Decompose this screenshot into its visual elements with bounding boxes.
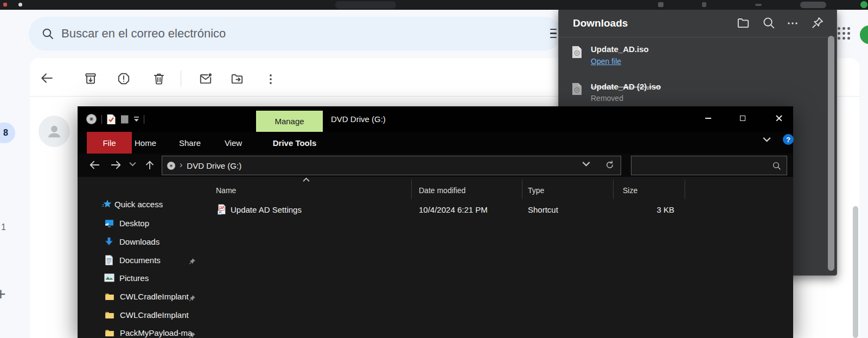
extension-icon[interactable]	[702, 2, 706, 7]
sidebar-item-documents[interactable]: Documents	[78, 252, 202, 267]
file-type: Shortcut	[528, 205, 558, 214]
page-scrollbar[interactable]	[853, 206, 858, 338]
download-toolbar-icon[interactable]	[658, 2, 663, 7]
sidebar-label: PackMyPayload-ma	[120, 328, 192, 337]
archive-icon[interactable]	[84, 72, 98, 86]
explorer-content: Quick access Desktop Downloads	[78, 177, 793, 338]
desktop-icon	[104, 218, 114, 228]
sidebar-item-desktop[interactable]: Desktop	[78, 215, 202, 231]
explorer-search-icon	[772, 161, 781, 170]
address-dropdown-icon[interactable]	[582, 161, 590, 169]
expand-ribbon-icon[interactable]	[763, 137, 771, 145]
column-divider[interactable]	[522, 180, 522, 199]
open-file-link[interactable]: Open file	[591, 57, 621, 66]
sidebar-label: Quick access	[114, 200, 163, 209]
active-tab[interactable]	[335, 1, 396, 9]
sidebar-label: Downloads	[119, 237, 159, 246]
breadcrumb-separator: ›	[180, 160, 182, 170]
rail-plus-label[interactable]: +	[0, 284, 6, 304]
manage-context-tab[interactable]: Manage	[256, 111, 323, 132]
sidebar-item-folder[interactable]: CWLCradleImplant	[78, 307, 202, 322]
maximize-button[interactable]	[733, 110, 752, 126]
browser-profile-avatar[interactable]	[860, 1, 867, 8]
search-icon	[41, 27, 54, 40]
gmail-search-bar[interactable]	[29, 17, 561, 50]
tab-drive-tools[interactable]: Drive Tools	[273, 132, 317, 154]
quick-access-star-icon	[102, 199, 113, 209]
address-bar[interactable]: › DVD Drive (G:)	[162, 156, 621, 175]
inbox-count-badge[interactable]: 8	[0, 123, 15, 143]
tab-share[interactable]: Share	[179, 132, 201, 154]
close-button[interactable]	[770, 110, 788, 126]
toolbar-divider	[181, 71, 181, 87]
back-icon[interactable]	[40, 71, 54, 85]
mark-unread-icon[interactable]	[199, 72, 213, 86]
address-bar-row: › DVD Drive (G:)	[78, 154, 793, 177]
iso-file-icon	[572, 82, 582, 95]
nav-up-icon[interactable]	[144, 159, 156, 171]
sidebar-label: Desktop	[119, 219, 149, 228]
nav-forward-icon[interactable]	[110, 159, 122, 171]
qat-divider	[144, 115, 144, 124]
search-input[interactable]	[61, 27, 474, 41]
flyout-scrollbar[interactable]	[828, 36, 834, 271]
label-count: 1	[1, 222, 6, 232]
search-options-icon[interactable]	[550, 29, 557, 40]
file-name[interactable]: Update AD Settings	[231, 205, 302, 214]
tab-home[interactable]: Home	[135, 132, 156, 154]
explorer-search-input[interactable]	[636, 157, 771, 174]
report-spam-icon[interactable]	[117, 72, 131, 86]
recent-locations-icon[interactable]	[129, 162, 136, 169]
more-options-icon[interactable]	[264, 72, 278, 86]
sidebar-item-pictures[interactable]: Pictures	[78, 270, 202, 285]
minimize-button[interactable]	[699, 110, 717, 126]
documents-icon	[105, 255, 113, 265]
nav-back-icon[interactable]	[88, 159, 100, 171]
column-header-size[interactable]: Size	[623, 186, 637, 195]
sort-ascending-icon	[303, 177, 310, 182]
pictures-icon	[104, 273, 114, 282]
tab-view[interactable]: View	[225, 132, 242, 154]
properties-icon[interactable]	[106, 114, 116, 125]
file-size: 3 KB	[620, 205, 674, 214]
shortcut-file-icon	[217, 204, 226, 214]
delete-icon[interactable]	[152, 72, 166, 86]
ribbon-tab-row: File Home Share View Drive Tools ?	[78, 132, 793, 154]
column-divider[interactable]	[613, 180, 614, 199]
column-header-type[interactable]: Type	[528, 186, 544, 195]
drive-icon	[167, 161, 176, 170]
explorer-search-box[interactable]	[631, 156, 787, 175]
open-downloads-folder-icon[interactable]	[736, 16, 750, 30]
folder-icon	[105, 292, 114, 301]
tab-favicon[interactable]	[18, 3, 22, 7]
account-avatar[interactable]	[860, 25, 868, 44]
browser-profile-button[interactable]	[800, 2, 826, 8]
browser-tab-strip	[0, 0, 868, 10]
tab-favicon[interactable]	[3, 3, 7, 7]
qat-customize-icon[interactable]	[133, 116, 139, 123]
column-header-date[interactable]: Date modified	[419, 186, 465, 195]
column-divider[interactable]	[685, 180, 685, 199]
explorer-titlebar[interactable]: Manage DVD Drive (G:)	[78, 106, 793, 132]
tab-file[interactable]: File	[87, 132, 132, 154]
pin-flyout-icon[interactable]	[810, 16, 825, 30]
browser-menu-icon[interactable]	[755, 4, 762, 6]
sidebar-item-downloads[interactable]: Downloads	[78, 234, 202, 249]
move-to-folder-icon[interactable]	[230, 72, 244, 86]
new-folder-icon[interactable]	[120, 114, 129, 124]
column-divider[interactable]	[411, 180, 412, 199]
dvd-disc-icon	[86, 113, 97, 125]
search-downloads-icon[interactable]	[762, 16, 776, 30]
sidebar-item-quick-access[interactable]: Quick access	[78, 196, 202, 212]
sidebar-label: CWLCradleImplant	[120, 310, 189, 320]
breadcrumb-path[interactable]: DVD Drive (G:)	[187, 161, 241, 170]
column-header-name[interactable]: Name	[216, 186, 236, 195]
downloads-more-icon[interactable]	[786, 16, 800, 30]
sidebar-item-folder[interactable]: CWLCradleImplant	[78, 289, 202, 304]
sidebar-label: Pictures	[119, 273, 149, 283]
sidebar-item-folder[interactable]: PackMyPayload-ma	[78, 325, 202, 338]
refresh-icon[interactable]	[605, 160, 615, 170]
sender-avatar[interactable]	[39, 116, 70, 147]
help-button[interactable]: ?	[783, 134, 794, 145]
google-apps-grid-icon[interactable]	[838, 27, 850, 40]
